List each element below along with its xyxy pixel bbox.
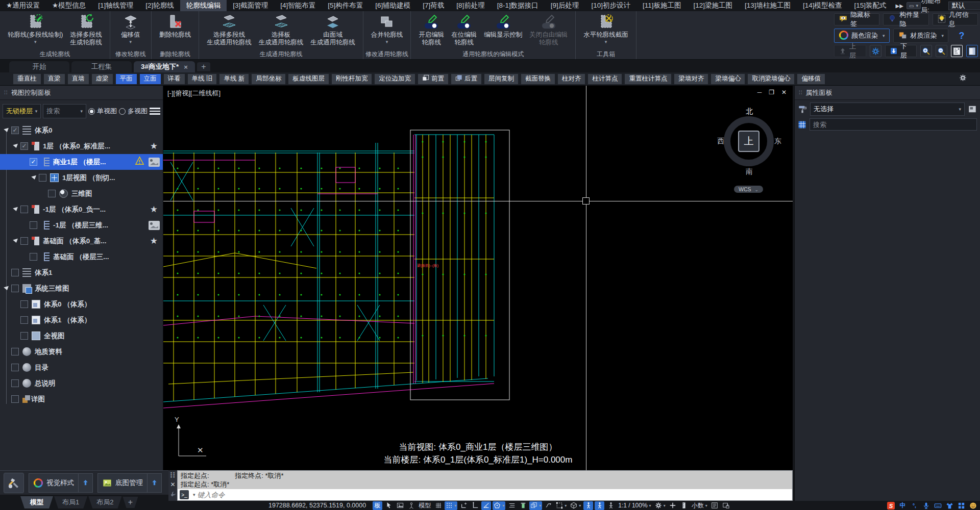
tree-item[interactable]: 体系1 （体系）	[0, 312, 163, 328]
multi-view-radio[interactable]: 多视图	[119, 107, 148, 116]
status-annotation-lines[interactable]	[507, 501, 517, 510]
ime-punct[interactable]: °,	[910, 501, 919, 510]
visual-style-expand-icon[interactable]	[78, 474, 92, 492]
help-icon[interactable]: ?	[956, 30, 967, 41]
tree-item[interactable]: -1层 （体系0_负一...★	[0, 201, 163, 217]
compass-south[interactable]: 南	[744, 167, 754, 176]
ime-keyboard[interactable]	[933, 501, 943, 510]
status-image-frame[interactable]	[395, 501, 405, 510]
toolbar-button[interactable]: 柱对齐	[558, 74, 585, 84]
underlay-manager-button[interactable]: 底图管理	[97, 473, 162, 493]
visibility-checkbox[interactable]	[11, 379, 19, 387]
toolbar-button[interactable]: 直梁	[44, 74, 65, 84]
toolbar-button[interactable]: 柱计算点	[588, 74, 622, 84]
status-zoom-scale[interactable]: 1:1 / 100%▾	[617, 501, 652, 510]
toolbar-button[interactable]: 局部坐标	[252, 74, 285, 84]
status-walk-1[interactable]	[583, 501, 593, 510]
ime-emoji[interactable]	[968, 501, 978, 510]
visibility-checkbox[interactable]	[20, 237, 28, 245]
tools-button[interactable]	[4, 473, 24, 493]
menu-item[interactable]: ★模型信息	[46, 0, 92, 11]
status-ruler[interactable]	[679, 501, 689, 510]
visibility-checkbox[interactable]	[48, 190, 56, 197]
toolbar-button[interactable]: 单线 新	[219, 74, 249, 84]
visibility-checkbox[interactable]	[30, 221, 37, 229]
toolbar-button[interactable]: 重置柱计算点	[625, 74, 671, 84]
render-mode-button[interactable]: 颜色渲染▾	[834, 29, 890, 43]
dropdown-caret-icon[interactable]: ▾	[34, 39, 37, 44]
tree-item[interactable]: 基础面 （楼层三...	[0, 249, 163, 265]
tree-item[interactable]: ✓体系0	[0, 122, 163, 138]
compass-east[interactable]: 东	[773, 137, 783, 146]
ribbon-button[interactable]: 轮廓线(多段线绘制)▾	[4, 12, 66, 51]
visibility-checkbox[interactable]	[20, 206, 28, 213]
visibility-checkbox[interactable]	[30, 253, 37, 261]
expand-icon[interactable]	[13, 239, 18, 243]
expand-icon[interactable]	[13, 207, 18, 212]
status-window-lock[interactable]	[721, 501, 731, 510]
snapshot-icon[interactable]	[149, 221, 160, 230]
dropdown-caret-icon[interactable]: ▾	[605, 39, 607, 44]
ribbon-collapse-icon[interactable]: ▭▾	[906, 2, 921, 9]
visibility-checkbox[interactable]	[11, 364, 19, 371]
favorite-star-icon[interactable]: ★	[150, 236, 158, 246]
window-minimize-icon[interactable]: ─	[757, 89, 762, 96]
ribbon-button[interactable]: 合并轮廓线▾	[368, 12, 407, 51]
visibility-checkbox[interactable]	[11, 285, 19, 292]
toolbar-button[interactable]: 截面替换	[521, 74, 555, 84]
visibility-checkbox[interactable]	[20, 300, 28, 308]
visibility-checkbox[interactable]: ✓	[30, 158, 37, 166]
toolbar-button[interactable]: 梁墙对齐	[674, 74, 708, 84]
document-tab[interactable]: 工程集	[71, 61, 132, 72]
toolbar-button[interactable]: 定位边加宽	[375, 74, 415, 84]
document-tab[interactable]: 开始	[9, 61, 69, 72]
visibility-checkbox[interactable]	[11, 348, 19, 355]
sogou-logo[interactable]: S	[886, 501, 896, 510]
snapshot-icon[interactable]	[149, 158, 160, 167]
menu-item[interactable]: [8]前处理	[450, 0, 491, 11]
command-input[interactable]	[198, 491, 790, 499]
menu-item[interactable]: [1]轴线管理	[92, 0, 139, 11]
tree-item[interactable]: ✓1层 （体系0_标准层...★	[0, 138, 163, 154]
visibility-checkbox[interactable]	[20, 316, 28, 324]
floor-filter-select[interactable]: 无锁楼层▾	[3, 104, 41, 118]
ribbon-button[interactable]: 水平轮廓线截面▾	[580, 12, 632, 51]
visual-style-button[interactable]: 视觉样式	[29, 473, 93, 493]
status-isometric[interactable]: ▾	[569, 501, 582, 510]
layout-tab[interactable]: 布局2	[88, 496, 121, 508]
console-handle[interactable]: ●●●●●● ✕	[168, 470, 177, 501]
dropdown-caret-icon[interactable]: ▾	[386, 39, 388, 44]
new-tab-button[interactable]: +	[197, 62, 210, 71]
menu-overflow-icon[interactable]: ▶▶	[896, 3, 903, 9]
tree-item[interactable]: 基础面 （体系0_基...★	[0, 233, 163, 249]
visibility-checkbox[interactable]: ✓	[11, 126, 19, 134]
status-list-panel[interactable]	[710, 501, 720, 510]
tree-item[interactable]: ✓商业1层 （楼层...	[0, 154, 163, 170]
visibility-checkbox[interactable]	[11, 269, 19, 276]
layout-tab[interactable]: 布局1	[54, 496, 87, 508]
ribbon-button[interactable]: 在位编辑 轮廓线	[448, 12, 480, 51]
status-walk-2[interactable]	[595, 501, 604, 510]
tree-item[interactable]: 1层视图 （剖切...	[0, 170, 163, 186]
menu-item[interactable]: [11]板施工图	[636, 0, 688, 11]
compass-north[interactable]: 北	[744, 107, 754, 116]
status-ortho[interactable]	[459, 501, 469, 510]
tree-item[interactable]: 目录	[0, 360, 163, 375]
visibility-checkbox[interactable]	[39, 174, 46, 182]
tree-item[interactable]: 体系0 （体系）	[0, 296, 163, 312]
floor-settings-button[interactable]	[870, 45, 881, 57]
compass-top-face[interactable]: 上	[738, 131, 760, 152]
ribbon-button[interactable]: 偏移值▾	[114, 12, 147, 51]
viewport-controls[interactable]: [-][俯视][二维线框]	[167, 89, 220, 98]
status-model-space[interactable]: 模型	[418, 501, 432, 510]
menu-item[interactable]: [12]梁施工图	[687, 0, 739, 11]
window-restore-icon[interactable]: ❐	[769, 89, 774, 96]
ime-lang[interactable]: 中	[898, 501, 908, 510]
console-close-icon[interactable]: ✕	[170, 481, 175, 488]
menu-item[interactable]: [6]辅助建模	[369, 0, 416, 11]
favorite-star-icon[interactable]: ★	[150, 141, 158, 151]
compass-west[interactable]: 西	[716, 137, 726, 146]
zoom-out-button[interactable]	[936, 45, 947, 57]
toolbar-button[interactable]: 梁墙偏心	[711, 74, 745, 84]
ribbon-button[interactable]: 由面域 生成通用轮廓线	[307, 12, 359, 51]
